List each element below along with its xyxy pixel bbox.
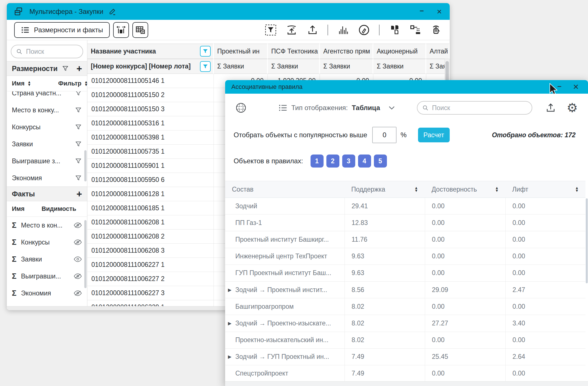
sort-icon[interactable]: ▲▼: [495, 186, 499, 192]
column-header-sostav[interactable]: Состав: [225, 181, 344, 198]
expand-icon[interactable]: ▶: [228, 287, 231, 293]
measure-header[interactable]: Σ Заявки: [320, 59, 373, 74]
edit-title-icon[interactable]: [108, 7, 117, 16]
inspect-icon[interactable]: [430, 24, 442, 36]
column-header-confidence[interactable]: Достоверность▲▼: [425, 181, 505, 198]
list-item[interactable]: Заявки: [7, 136, 87, 153]
list-item[interactable]: Конкурсы: [7, 119, 87, 136]
list-item[interactable]: ΣКонкурсы: [7, 234, 87, 251]
expand-icon[interactable]: ▶: [228, 354, 231, 359]
eye-slash-icon[interactable]: [74, 222, 82, 228]
list-item[interactable]: Экономия: [7, 170, 87, 186]
sort-icon[interactable]: ▲▼: [27, 81, 31, 86]
column-header[interactable]: Акционерный: [373, 44, 426, 59]
col-visibility-label[interactable]: Видимость: [42, 205, 76, 213]
row-header-title[interactable]: Название участника: [87, 44, 214, 59]
rule-row[interactable]: Спецстройпроект7.490.000.00: [225, 365, 585, 382]
close-button[interactable]: ×: [437, 7, 442, 16]
measure-header[interactable]: Σ Заявки: [268, 59, 320, 74]
dialog-horizontal-scrollbar[interactable]: [225, 381, 588, 386]
filter-icon[interactable]: [75, 106, 82, 114]
col-filter-label[interactable]: Фильтр: [58, 80, 81, 87]
compass-icon[interactable]: [358, 24, 370, 36]
rule-row[interactable]: ▶Зодчий → ГУП Проектный ин...7.4925.452.…: [225, 349, 585, 365]
eye-icon[interactable]: [74, 256, 82, 262]
add-fact-button[interactable]: +: [76, 189, 82, 199]
column-header[interactable]: Алтай: [426, 44, 450, 59]
popularity-input[interactable]: [372, 127, 397, 143]
column-header[interactable]: Проектный ин: [214, 44, 268, 59]
hierarchy-icon[interactable]: [410, 24, 421, 36]
globe-icon[interactable]: [235, 102, 247, 113]
rule-row[interactable]: ГУП Проектный институт Баш...9.630.000.0…: [225, 265, 585, 282]
import-icon[interactable]: [286, 24, 298, 36]
rule-count-button[interactable]: 5: [374, 155, 387, 168]
list-item[interactable]: Страна участн...: [7, 91, 87, 102]
sidebar-search-input[interactable]: [25, 48, 78, 56]
dialog-search[interactable]: [417, 101, 532, 115]
rule-row[interactable]: Инженерный центр ТехПроект9.630.000.00: [225, 248, 585, 265]
rule-count-button[interactable]: 3: [342, 155, 355, 168]
rule-row[interactable]: ПП Газ-112.830.000.00: [225, 215, 585, 231]
rule-row[interactable]: Зодчий29.410.000.00: [225, 198, 585, 215]
measure-header[interactable]: Σ Заявки: [373, 59, 426, 74]
column-filter-button[interactable]: [200, 46, 211, 57]
column-header-lift[interactable]: Лифт▲▼: [505, 181, 585, 198]
resize-columns-button[interactable]: [113, 22, 129, 38]
rule-count-button[interactable]: 2: [326, 155, 339, 168]
eye-slash-icon[interactable]: [74, 273, 82, 279]
rule-count-button[interactable]: 4: [358, 155, 371, 168]
expand-icon[interactable]: ▶: [228, 321, 231, 326]
scrollbar-thumb[interactable]: [84, 150, 87, 181]
sort-icon[interactable]: ▲▼: [84, 81, 87, 86]
eye-slash-icon[interactable]: [74, 239, 82, 245]
rule-row[interactable]: Башгипроагропром8.020.000.00: [225, 298, 585, 315]
copy-docs-icon[interactable]: [389, 24, 400, 36]
filter-dashed-icon[interactable]: [265, 24, 277, 36]
column-header[interactable]: ПСФ Тектоника: [268, 44, 320, 59]
table-views-button[interactable]: [132, 22, 148, 38]
filter-icon[interactable]: [62, 65, 69, 72]
list-item[interactable]: Место в конку...: [7, 102, 87, 119]
add-dimension-button[interactable]: +: [76, 64, 82, 73]
list-item[interactable]: ΣЭкономия: [7, 285, 87, 302]
calculate-button[interactable]: Расчет: [418, 128, 450, 142]
list-item[interactable]: Выигравшие з...: [7, 153, 87, 170]
minimize-button[interactable]: –: [557, 82, 561, 90]
display-type-select[interactable]: Тип отображения: Таблица: [278, 103, 395, 112]
list-item[interactable]: ΣМесто в кон...: [7, 217, 87, 234]
minimize-button[interactable]: –: [420, 7, 424, 14]
column-header[interactable]: Агентство прям: [320, 44, 373, 59]
rule-count-button[interactable]: 1: [311, 155, 324, 168]
filter-icon[interactable]: [75, 123, 82, 131]
scrollbar-thumb[interactable]: [84, 220, 87, 288]
column-filter-button[interactable]: [200, 61, 211, 72]
bar-chart-icon[interactable]: [337, 24, 349, 36]
col-name-label[interactable]: Имя: [12, 205, 25, 213]
row-header-sub[interactable]: [Номер конкурса] [Номер лота]: [87, 59, 214, 74]
export-icon[interactable]: [307, 24, 318, 36]
rule-row[interactable]: Проектно-изыскательский ин...8.020.000.0…: [225, 332, 585, 349]
sort-icon[interactable]: ▲▼: [414, 186, 418, 192]
filter-icon[interactable]: [75, 157, 82, 165]
close-button[interactable]: ✕: [573, 83, 579, 91]
scrollbar-thumb[interactable]: [586, 198, 588, 283]
dimensions-facts-button[interactable]: Размерности и факты: [14, 22, 110, 38]
sidebar-search[interactable]: [11, 45, 83, 58]
rule-row[interactable]: ▶Зодчий → Проектно-изыскате...8.0227.273…: [225, 315, 585, 332]
rule-row[interactable]: Проектный институт Башкирг...11.760.000.…: [225, 231, 585, 248]
filter-icon[interactable]: [75, 91, 82, 97]
measure-header[interactable]: Σ Заявки: [214, 59, 268, 74]
filter-icon[interactable]: [75, 140, 82, 148]
upload-icon[interactable]: [545, 102, 556, 113]
eye-slash-icon[interactable]: [74, 290, 82, 296]
sort-icon[interactable]: ▲▼: [575, 186, 579, 192]
col-name-label[interactable]: Имя: [12, 80, 25, 87]
gear-icon[interactable]: ⚙: [567, 102, 578, 114]
filter-icon[interactable]: [75, 174, 82, 182]
list-item[interactable]: ΣВыигравши...: [7, 268, 87, 285]
list-item[interactable]: ΣЗаявки: [7, 251, 87, 268]
column-header-support[interactable]: Поддержка▲▼: [344, 181, 425, 198]
dialog-search-input[interactable]: [432, 104, 527, 112]
rule-row[interactable]: ▶Зодчий → Проектный инстит...8.5629.092.…: [225, 282, 585, 298]
